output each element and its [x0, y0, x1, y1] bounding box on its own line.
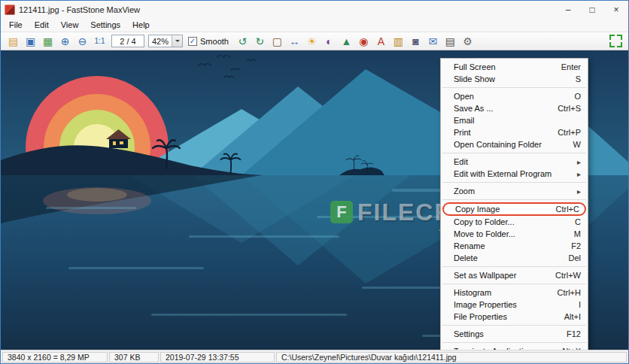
- maximize-button[interactable]: □: [580, 1, 604, 18]
- submenu-arrow-icon: ▸: [577, 187, 581, 196]
- menu-edit[interactable]: Edit: [29, 19, 55, 31]
- menu-item-label: Edit with External Program: [454, 169, 568, 178]
- menu-item-label: Full Screen: [454, 62, 552, 71]
- menu-item-label: Delete: [454, 253, 559, 262]
- context-menu-item-file-properties[interactable]: File PropertiesAlt+I: [441, 311, 588, 323]
- smooth-checkbox[interactable]: ✓ Smooth: [188, 37, 229, 46]
- menu-item-label: Rename: [454, 241, 562, 250]
- menu-item-label: Settings: [454, 329, 558, 338]
- zoom-out-icon[interactable]: ⊖: [74, 33, 90, 49]
- menu-item-label: Open Containing Folder: [454, 140, 564, 149]
- fullscreen-icon[interactable]: [609, 35, 622, 47]
- menu-item-shortcut: Ctrl+C: [556, 205, 579, 214]
- maximize-icon: □: [589, 5, 594, 15]
- effects-icon[interactable]: ☀: [304, 33, 320, 49]
- menu-view[interactable]: View: [55, 19, 85, 31]
- context-menu-item-full-screen[interactable]: Full ScreenEnter: [441, 61, 588, 73]
- menu-item-label: Set as Wallpaper: [454, 271, 546, 280]
- context-menu-item-settings[interactable]: SettingsF12: [441, 328, 588, 340]
- archive-icon[interactable]: ▥: [390, 33, 406, 49]
- context-menu-item-terminate-application[interactable]: Terminate ApplicationAlt+X: [441, 345, 588, 350]
- menu-item-shortcut: F2: [571, 241, 581, 250]
- settings-icon[interactable]: ⚙: [460, 33, 476, 49]
- rotate-right-icon[interactable]: ↻: [252, 33, 268, 49]
- zoom-value: 42%: [149, 37, 172, 46]
- context-menu-item-image-properties[interactable]: Image PropertiesI: [441, 299, 588, 311]
- menu-item-label: Save As ...: [454, 104, 548, 113]
- histogram-icon[interactable]: ▲: [339, 33, 354, 49]
- menu-item-label: Zoom: [454, 187, 568, 196]
- window-controls: – □ ×: [556, 1, 628, 18]
- context-menu-item-move-to-folder[interactable]: Move to Folder...M: [441, 228, 588, 240]
- minimize-button[interactable]: –: [556, 1, 580, 18]
- menu-item-shortcut: Ctrl+H: [558, 288, 581, 297]
- menu-help[interactable]: Help: [126, 19, 156, 31]
- menu-file[interactable]: File: [3, 19, 29, 31]
- open-icon[interactable]: ▤: [5, 33, 21, 49]
- menu-item-label: Copy Image: [455, 205, 547, 214]
- adjust-colors-icon[interactable]: ◐: [321, 33, 337, 49]
- menu-item-shortcut: M: [574, 229, 581, 238]
- menu-item-label: Email: [454, 116, 581, 125]
- submenu-arrow-icon: ▸: [577, 158, 581, 166]
- titlebar: 121411.jpg - FastStone MaxView – □ ×: [1, 1, 628, 18]
- submenu-arrow-icon: ▸: [577, 170, 581, 178]
- context-menu-item-print[interactable]: PrintCtrl+P: [441, 126, 588, 138]
- context-menu-item-open[interactable]: OpenO: [441, 90, 588, 102]
- app-logo-icon: [5, 5, 15, 15]
- zoom-select[interactable]: 42%: [148, 35, 183, 47]
- context-menu: Full ScreenEnterSlide ShowSOpenOSave As …: [440, 58, 588, 350]
- app-window: 121411.jpg - FastStone MaxView – □ × Fil…: [0, 0, 629, 364]
- context-menu-item-rename[interactable]: RenameF2: [441, 240, 588, 252]
- context-menu-item-delete[interactable]: DeleteDel: [441, 252, 588, 264]
- menu-item-shortcut: I: [579, 300, 581, 309]
- context-menu-item-save-as[interactable]: Save As ...Ctrl+S: [441, 102, 588, 114]
- context-menu-item-edit[interactable]: Edit▸: [441, 156, 588, 168]
- context-menu-item-open-containing-folder[interactable]: Open Containing FolderW: [441, 138, 588, 150]
- menu-separator: [442, 182, 586, 183]
- context-menu-item-slide-show[interactable]: Slide ShowS: [441, 73, 588, 85]
- context-menu-item-zoom[interactable]: Zoom▸: [441, 185, 588, 197]
- toolbar: ▤▣▦⊕⊖1:1 2 / 4 42% ✓ Smooth ↺↻▢↔☀◐▲◉A▥◙✉…: [1, 32, 628, 50]
- save-icon[interactable]: ▣: [23, 33, 38, 49]
- menu-bar: FileEditViewSettingsHelp: [1, 18, 628, 32]
- resize-icon[interactable]: ↔: [287, 33, 302, 49]
- capture-icon[interactable]: ◙: [408, 33, 424, 49]
- image-canvas[interactable]: F FILECR .com Full ScreenEnterSlide Show…: [1, 50, 628, 350]
- menu-item-shortcut: Ctrl+P: [558, 128, 581, 137]
- toolbar-right-group: ↺↻▢↔☀◐▲◉A▥◙✉▤⚙: [235, 33, 476, 49]
- smooth-label: Smooth: [200, 37, 229, 46]
- context-menu-item-email[interactable]: Email: [441, 114, 588, 126]
- crop-icon[interactable]: ▢: [269, 33, 285, 49]
- context-menu-item-histogram[interactable]: HistogramCtrl+H: [441, 287, 588, 299]
- close-icon: ×: [613, 5, 618, 15]
- menu-item-shortcut: Ctrl+S: [558, 104, 581, 113]
- rotate-left-icon[interactable]: ↺: [235, 33, 251, 49]
- actual-size-icon[interactable]: 1:1: [92, 33, 108, 49]
- context-menu-item-copy-image[interactable]: Copy ImageCtrl+C: [442, 202, 586, 216]
- zoom-in-icon[interactable]: ⊕: [57, 33, 73, 49]
- menu-settings[interactable]: Settings: [84, 19, 126, 31]
- context-menu-item-edit-with-external-program[interactable]: Edit with External Program▸: [441, 168, 588, 180]
- annotate-icon[interactable]: A: [373, 33, 389, 49]
- context-menu-item-set-as-wallpaper[interactable]: Set as WallpaperCtrl+W: [441, 269, 588, 281]
- menu-item-label: File Properties: [454, 312, 555, 321]
- menu-separator: [442, 199, 586, 200]
- window-title: 121411.jpg - FastStone MaxView: [19, 5, 556, 14]
- menu-item-shortcut: O: [574, 92, 581, 101]
- browse-icon[interactable]: ▦: [40, 33, 56, 49]
- menu-item-label: Image Properties: [454, 300, 570, 309]
- menu-item-shortcut: Del: [568, 253, 581, 262]
- menu-separator: [442, 325, 586, 326]
- chevron-down-icon[interactable]: [172, 35, 182, 47]
- menu-item-shortcut: Alt+X: [561, 347, 581, 350]
- menu-separator: [442, 87, 586, 88]
- context-menu-item-copy-to-folder[interactable]: Copy to Folder...C: [441, 216, 588, 228]
- print-icon[interactable]: ▤: [442, 33, 458, 49]
- menu-item-shortcut: Alt+I: [564, 312, 581, 321]
- email-icon[interactable]: ✉: [425, 33, 441, 49]
- checkbox-check-icon: ✓: [188, 37, 197, 46]
- status-bar: 3840 x 2160 = 8,29 MP 307 KB 2019-07-29 …: [1, 350, 628, 363]
- red-eye-icon[interactable]: ◉: [356, 33, 372, 49]
- close-button[interactable]: ×: [604, 1, 628, 18]
